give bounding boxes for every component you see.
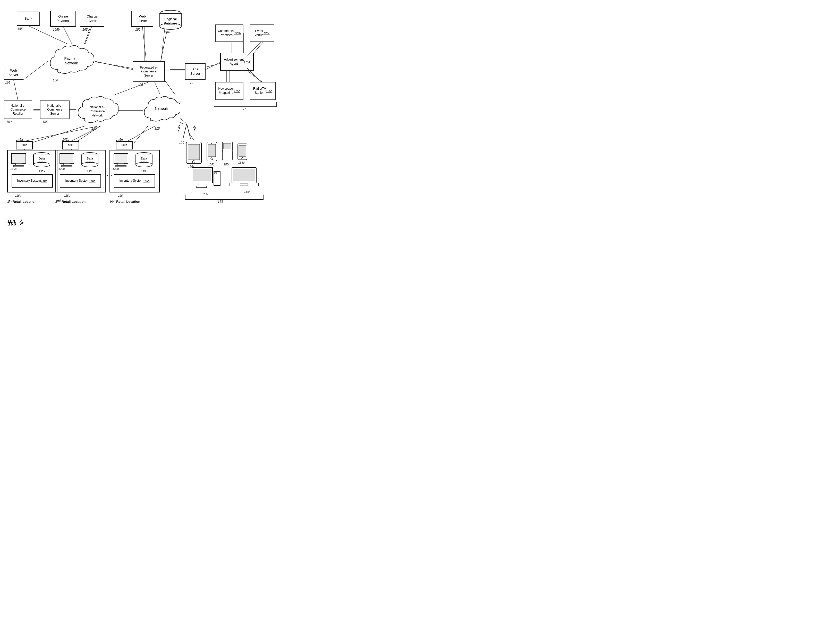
event-venue-box: EventVenue175c [250, 24, 274, 42]
svg-text:Network: Network [65, 61, 78, 65]
db-a-ref: 135a [39, 170, 45, 173]
regional-db-ref: 110 [165, 30, 170, 34]
web-server-left-box: Webserver [4, 66, 23, 80]
network-ref: 115 [155, 127, 160, 130]
nid-a-box: NID [16, 141, 33, 150]
advertisement-agent-box: AdvertisementAgent175a [220, 53, 254, 71]
svg-line-11 [247, 71, 263, 82]
bank-box: Bank [17, 12, 40, 26]
ads-server-box: AdsServer [185, 63, 205, 80]
wireless-tower [178, 118, 196, 143]
svg-rect-68 [208, 144, 216, 157]
figure-arrow: ↗ [19, 218, 23, 224]
svg-line-104 [155, 82, 160, 95]
db-n: Data base [134, 152, 154, 171]
group-155-label: 155 [218, 200, 223, 204]
db-n-ref: 135n [141, 170, 147, 173]
retail-a-container: 130a Data base 135a Inventory System140a [7, 150, 57, 193]
device-desktop [191, 166, 221, 193]
inventory-b-box: Inventory System140b [60, 174, 101, 188]
retail-b-ref: 125b [64, 194, 70, 197]
charge-card-box: ChargeCard [80, 11, 104, 27]
svg-rect-83 [215, 173, 216, 174]
charge-card-ref: 165c [82, 28, 89, 32]
svg-rect-87 [240, 184, 248, 185]
svg-rect-85 [233, 169, 255, 181]
svg-rect-40 [13, 154, 25, 163]
national-network-cloud: National e- Commerce Network [76, 95, 118, 126]
svg-rect-47 [64, 163, 70, 166]
svg-rect-81 [196, 186, 207, 188]
computer-n [112, 153, 129, 168]
svg-text:Database: Database [164, 22, 177, 25]
group-175-label: 175 [241, 107, 246, 111]
svg-rect-56 [118, 163, 124, 166]
svg-text:Network: Network [155, 106, 168, 111]
nid-b-box: NID [62, 141, 79, 150]
web-server-top-ref: 150 [135, 28, 141, 32]
payment-network-cloud: Payment Network [47, 44, 95, 77]
computer-b-ref: 130b [58, 167, 65, 170]
inventory-a-box: Inventory System140a [12, 174, 53, 188]
svg-point-70 [211, 143, 212, 144]
svg-rect-80 [199, 183, 204, 186]
diagram: 100 ↗ Bank 165a OnlinePayment 165b Charg… [0, 0, 309, 234]
svg-point-77 [242, 158, 243, 159]
device-phone-ref: 155b [208, 163, 214, 166]
svg-line-7 [206, 63, 221, 67]
svg-rect-76 [239, 145, 246, 156]
svg-line-111 [128, 126, 155, 141]
newspaper-box: Newspaper/magazine175e [215, 82, 243, 100]
svg-line-93 [161, 28, 165, 61]
svg-rect-65 [188, 144, 200, 160]
retail-n-label: Nth Retail Location [110, 199, 140, 204]
svg-text:Commerce: Commerce [90, 109, 105, 113]
svg-line-105 [14, 81, 18, 101]
retail-a-label: 1st Retail Location [7, 199, 36, 204]
device-flip-ref: 155c [224, 163, 230, 166]
svg-text:base: base [39, 161, 45, 164]
svg-line-109 [24, 126, 97, 141]
svg-line-91 [95, 61, 133, 69]
svg-line-95 [205, 62, 220, 69]
svg-text:base: base [87, 161, 93, 164]
svg-text:Network: Network [92, 114, 103, 117]
svg-line-34 [187, 124, 191, 139]
retail-a-ref: 125a [15, 194, 21, 197]
svg-rect-48 [62, 166, 72, 167]
svg-point-69 [211, 158, 213, 160]
svg-line-92 [142, 27, 146, 61]
db-b-ref: 135b [87, 170, 93, 173]
computer-n-ref: 130n [112, 167, 119, 170]
online-payment-ref: 165b [53, 28, 60, 32]
group-155-brace [185, 194, 264, 200]
device-laptop [229, 166, 260, 190]
svg-line-88 [28, 26, 68, 44]
device-small [237, 143, 248, 161]
web-server-top-box: Webserver [131, 11, 153, 27]
svg-rect-39 [13, 166, 24, 167]
svg-line-89 [64, 27, 72, 44]
svg-rect-58 [115, 154, 127, 163]
national-server-ref: 185 [43, 120, 47, 124]
payment-network-ref: 160 [53, 79, 58, 82]
device-laptop-ref: 155f [244, 190, 249, 193]
device-phone [206, 141, 218, 163]
svg-line-117 [23, 61, 47, 80]
bank-ref: 165a [17, 27, 24, 31]
svg-line-33 [183, 124, 187, 139]
svg-line-3 [95, 62, 137, 69]
computer-b [58, 153, 75, 168]
figure-number: 100 [7, 219, 15, 224]
network-cloud: Network [143, 95, 180, 126]
nid-n-box: NID [116, 141, 133, 150]
svg-text:Data: Data [39, 157, 45, 160]
svg-rect-79 [193, 169, 211, 181]
inventory-n-box: Inventory System140n [114, 174, 155, 188]
nid-a-ref: 145a [16, 138, 23, 142]
retail-n-ref: 125n [118, 194, 124, 197]
svg-rect-57 [116, 166, 126, 167]
regional-db: Regional Database [158, 10, 183, 32]
device-flip-phone [221, 141, 233, 163]
computer-a-ref: 130a [10, 167, 16, 170]
